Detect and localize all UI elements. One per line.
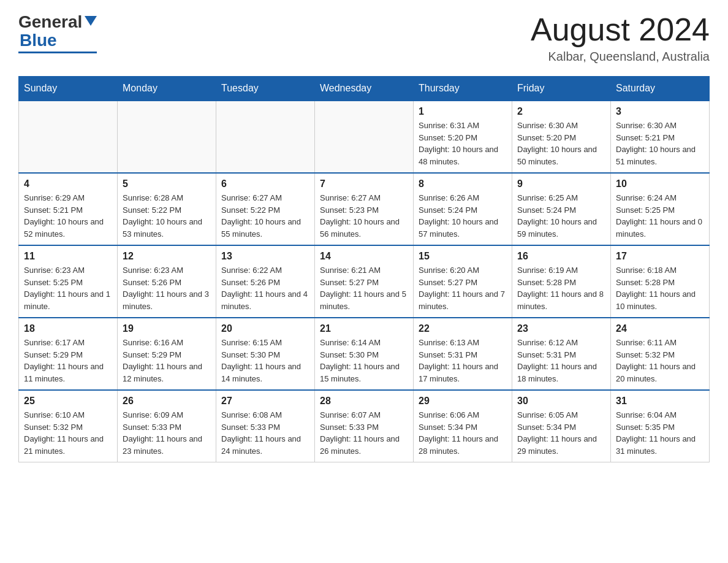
page-header: General Blue August 2024 Kalbar, Queensl… [18,12,710,64]
calendar-day-cell: 28Sunrise: 6:07 AM Sunset: 5:33 PM Dayli… [315,390,414,462]
calendar-day-cell: 3Sunrise: 6:30 AM Sunset: 5:21 PM Daylig… [611,101,710,173]
logo: General Blue [18,12,97,53]
day-info: Sunrise: 6:23 AM Sunset: 5:26 PM Dayligh… [123,264,211,312]
day-info: Sunrise: 6:15 AM Sunset: 5:30 PM Dayligh… [221,337,309,385]
calendar-day-cell: 22Sunrise: 6:13 AM Sunset: 5:31 PM Dayli… [414,318,512,390]
calendar-day-cell: 23Sunrise: 6:12 AM Sunset: 5:31 PM Dayli… [512,318,611,390]
day-info: Sunrise: 6:21 AM Sunset: 5:27 PM Dayligh… [320,264,408,312]
day-info: Sunrise: 6:16 AM Sunset: 5:29 PM Dayligh… [123,337,211,385]
day-number: 11 [24,251,112,262]
day-info: Sunrise: 6:24 AM Sunset: 5:25 PM Dayligh… [616,192,704,240]
day-number: 27 [221,396,309,407]
calendar-week-row: 11Sunrise: 6:23 AM Sunset: 5:25 PM Dayli… [19,245,710,318]
day-number: 14 [320,251,408,262]
calendar-day-cell: 20Sunrise: 6:15 AM Sunset: 5:30 PM Dayli… [216,318,315,390]
day-number: 24 [616,323,704,334]
day-number: 18 [24,323,112,334]
calendar-day-cell: 27Sunrise: 6:08 AM Sunset: 5:33 PM Dayli… [216,390,315,462]
calendar-week-row: 25Sunrise: 6:10 AM Sunset: 5:32 PM Dayli… [19,390,710,462]
day-info: Sunrise: 6:08 AM Sunset: 5:33 PM Dayligh… [221,409,309,457]
day-info: Sunrise: 6:31 AM Sunset: 5:20 PM Dayligh… [419,120,507,167]
calendar-day-cell: 25Sunrise: 6:10 AM Sunset: 5:32 PM Dayli… [19,390,118,462]
day-number: 6 [221,178,309,190]
day-number: 1 [419,106,507,117]
day-number: 5 [123,178,211,190]
day-number: 16 [517,251,605,262]
calendar-day-cell [216,101,315,173]
calendar-day-cell: 26Sunrise: 6:09 AM Sunset: 5:33 PM Dayli… [118,390,216,462]
day-info: Sunrise: 6:18 AM Sunset: 5:28 PM Dayligh… [616,264,704,312]
calendar-week-row: 4Sunrise: 6:29 AM Sunset: 5:21 PM Daylig… [19,173,710,245]
calendar-day-cell: 24Sunrise: 6:11 AM Sunset: 5:32 PM Dayli… [611,318,710,390]
day-number: 23 [517,323,605,334]
calendar-day-header: Sunday [19,77,118,101]
calendar-day-cell: 9Sunrise: 6:25 AM Sunset: 5:24 PM Daylig… [512,173,611,245]
day-info: Sunrise: 6:25 AM Sunset: 5:24 PM Dayligh… [517,192,605,240]
day-number: 3 [616,106,704,117]
day-info: Sunrise: 6:22 AM Sunset: 5:26 PM Dayligh… [221,264,309,312]
day-info: Sunrise: 6:29 AM Sunset: 5:21 PM Dayligh… [24,192,112,240]
day-info: Sunrise: 6:06 AM Sunset: 5:34 PM Dayligh… [419,409,507,457]
day-info: Sunrise: 6:27 AM Sunset: 5:22 PM Dayligh… [221,192,309,240]
day-number: 30 [517,396,605,407]
location-text: Kalbar, Queensland, Australia [531,50,710,64]
day-info: Sunrise: 6:30 AM Sunset: 5:21 PM Dayligh… [616,120,704,167]
day-number: 21 [320,323,408,334]
day-number: 4 [24,178,112,190]
calendar-table: SundayMondayTuesdayWednesdayThursdayFrid… [18,76,710,462]
day-number: 2 [517,106,605,117]
day-info: Sunrise: 6:23 AM Sunset: 5:25 PM Dayligh… [24,264,112,312]
day-info: Sunrise: 6:12 AM Sunset: 5:31 PM Dayligh… [517,337,605,385]
day-number: 20 [221,323,309,334]
day-number: 12 [123,251,211,262]
day-info: Sunrise: 6:09 AM Sunset: 5:33 PM Dayligh… [123,409,211,457]
calendar-day-cell: 29Sunrise: 6:06 AM Sunset: 5:34 PM Dayli… [414,390,512,462]
day-number: 25 [24,396,112,407]
day-info: Sunrise: 6:04 AM Sunset: 5:35 PM Dayligh… [616,409,704,457]
day-number: 29 [419,396,507,407]
day-info: Sunrise: 6:14 AM Sunset: 5:30 PM Dayligh… [320,337,408,385]
calendar-day-header: Wednesday [315,77,414,101]
day-number: 22 [419,323,507,334]
calendar-day-cell: 17Sunrise: 6:18 AM Sunset: 5:28 PM Dayli… [611,245,710,318]
day-info: Sunrise: 6:17 AM Sunset: 5:29 PM Dayligh… [24,337,112,385]
calendar-day-cell: 30Sunrise: 6:05 AM Sunset: 5:34 PM Dayli… [512,390,611,462]
logo-general-text: General [18,12,82,32]
calendar-day-cell [118,101,216,173]
calendar-day-cell [315,101,414,173]
title-section: August 2024 Kalbar, Queensland, Australi… [531,12,710,64]
calendar-day-cell: 2Sunrise: 6:30 AM Sunset: 5:20 PM Daylig… [512,101,611,173]
day-number: 31 [616,396,704,407]
calendar-day-cell: 5Sunrise: 6:28 AM Sunset: 5:22 PM Daylig… [118,173,216,245]
calendar-day-cell: 8Sunrise: 6:26 AM Sunset: 5:24 PM Daylig… [414,173,512,245]
day-number: 9 [517,178,605,190]
day-info: Sunrise: 6:19 AM Sunset: 5:28 PM Dayligh… [517,264,605,312]
calendar-day-cell: 16Sunrise: 6:19 AM Sunset: 5:28 PM Dayli… [512,245,611,318]
calendar-day-header: Thursday [414,77,512,101]
calendar-header-row: SundayMondayTuesdayWednesdayThursdayFrid… [19,77,710,101]
calendar-week-row: 18Sunrise: 6:17 AM Sunset: 5:29 PM Dayli… [19,318,710,390]
calendar-day-header: Friday [512,77,611,101]
day-info: Sunrise: 6:10 AM Sunset: 5:32 PM Dayligh… [24,409,112,457]
day-number: 28 [320,396,408,407]
calendar-day-cell: 7Sunrise: 6:27 AM Sunset: 5:23 PM Daylig… [315,173,414,245]
day-number: 19 [123,323,211,334]
day-info: Sunrise: 6:30 AM Sunset: 5:20 PM Dayligh… [517,120,605,167]
calendar-day-cell: 4Sunrise: 6:29 AM Sunset: 5:21 PM Daylig… [19,173,118,245]
day-number: 8 [419,178,507,190]
calendar-day-header: Monday [118,77,216,101]
logo-blue-text: Blue [20,31,57,50]
day-info: Sunrise: 6:13 AM Sunset: 5:31 PM Dayligh… [419,337,507,385]
calendar-day-header: Tuesday [216,77,315,101]
calendar-day-cell: 11Sunrise: 6:23 AM Sunset: 5:25 PM Dayli… [19,245,118,318]
day-info: Sunrise: 6:07 AM Sunset: 5:33 PM Dayligh… [320,409,408,457]
calendar-day-cell: 6Sunrise: 6:27 AM Sunset: 5:22 PM Daylig… [216,173,315,245]
calendar-day-cell: 18Sunrise: 6:17 AM Sunset: 5:29 PM Dayli… [19,318,118,390]
calendar-day-cell: 14Sunrise: 6:21 AM Sunset: 5:27 PM Dayli… [315,245,414,318]
calendar-day-cell: 1Sunrise: 6:31 AM Sunset: 5:20 PM Daylig… [414,101,512,173]
day-info: Sunrise: 6:26 AM Sunset: 5:24 PM Dayligh… [419,192,507,240]
logo-underline [18,52,97,53]
calendar-day-cell: 31Sunrise: 6:04 AM Sunset: 5:35 PM Dayli… [611,390,710,462]
calendar-day-cell: 10Sunrise: 6:24 AM Sunset: 5:25 PM Dayli… [611,173,710,245]
day-number: 10 [616,178,704,190]
